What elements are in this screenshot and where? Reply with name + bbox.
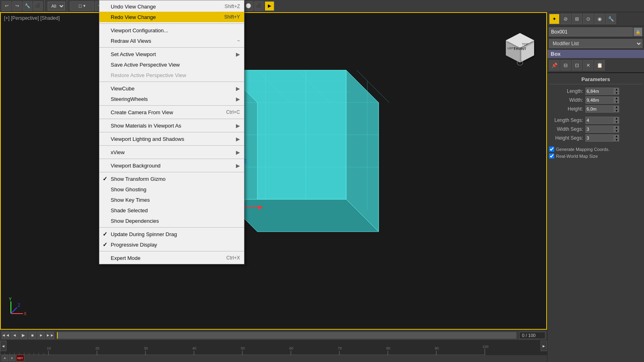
prev-frame-btn[interactable]: ◄◄ bbox=[2, 332, 10, 339]
viewcube-svg: FRONT TOP LEFT bbox=[502, 29, 538, 65]
menu-item-show-dependencies[interactable]: Show Dependencies bbox=[99, 216, 244, 226]
menu-item-show-key-times[interactable]: Show Key Times bbox=[99, 195, 244, 205]
width-spinner[interactable]: ▲▼ bbox=[614, 96, 619, 104]
next-key-btn[interactable]: ► bbox=[37, 332, 45, 339]
timeline-ruler[interactable]: 0 10 20 30 40 50 60 70 80 90 100 bbox=[0, 341, 547, 355]
create-panel-btn[interactable]: ✦ bbox=[549, 14, 560, 24]
menu-item-viewport-lighting-shadows[interactable]: Viewport Lighting and Shadows▶ bbox=[99, 134, 244, 144]
object-name-row: Box001 🔒 bbox=[547, 26, 644, 38]
svg-line-40 bbox=[11, 308, 17, 314]
lock-btn[interactable]: 🔒 bbox=[633, 27, 642, 36]
play-btn[interactable]: ▶ bbox=[19, 332, 27, 339]
length-segs-label: Length Segs: bbox=[549, 117, 585, 123]
menu-label-progressive-display: Progressive Display bbox=[111, 242, 157, 248]
generate-mapping-checkbox[interactable] bbox=[549, 146, 554, 152]
stop-btn[interactable]: ■ bbox=[28, 332, 36, 339]
timeline-scroll-right[interactable]: ► bbox=[541, 341, 547, 351]
menu-item-save-active-perspective[interactable]: Save Active Perspective View bbox=[99, 59, 244, 70]
object-name-input[interactable]: Box001 bbox=[549, 27, 633, 36]
menu-item-create-camera-from-view[interactable]: Create Camera From ViewCtrl+C bbox=[99, 107, 244, 117]
display-panel-btn[interactable]: ◉ bbox=[594, 14, 605, 24]
menu-label-viewport-lighting-shadows: Viewport Lighting and Shadows bbox=[111, 136, 184, 142]
modify-panel-btn[interactable]: ⊘ bbox=[560, 14, 571, 24]
menu-shortcut-redo-view-change: Shift+Y bbox=[216, 14, 240, 20]
key-filter-btn[interactable]: KEY bbox=[16, 355, 24, 361]
toolbar-dropdown[interactable]: All bbox=[48, 2, 65, 10]
menu-label-show-transform-gizmo: Show Transform Gizmo bbox=[111, 176, 166, 182]
real-world-checkbox[interactable] bbox=[549, 153, 554, 159]
toolbar-material-editor-btn[interactable]: ⚪ bbox=[244, 1, 253, 11]
width-label: Width: bbox=[549, 97, 585, 103]
set-key-btn[interactable]: K bbox=[9, 355, 15, 361]
menu-label-steeringwheels: SteeringWheels bbox=[111, 96, 148, 102]
toolbar-select-btn[interactable]: ◻ ▾ bbox=[70, 1, 94, 11]
menu-check-show-transform-gizmo: ✓ bbox=[103, 176, 107, 182]
toolbar-btn-2[interactable]: ↪ bbox=[12, 1, 22, 11]
toolbar-btn-1[interactable]: ↩ bbox=[2, 1, 11, 11]
menu-item-update-during-spinner-drag[interactable]: ✓Update During Spinner Drag bbox=[99, 229, 244, 239]
timeline-scroll-left[interactable]: ◄ bbox=[0, 341, 6, 351]
menu-label-show-dependencies: Show Dependencies bbox=[111, 218, 159, 224]
menu-item-viewport-configuration[interactable]: Viewport Configuration... bbox=[99, 25, 244, 36]
width-segs-spinner[interactable]: ▲▼ bbox=[614, 126, 619, 133]
menu-arrow-xview: ▶ bbox=[236, 149, 240, 155]
length-spinner-up[interactable]: ▲▼ bbox=[614, 88, 619, 95]
viewcube[interactable]: FRONT TOP LEFT bbox=[502, 29, 538, 65]
menu-separator bbox=[99, 227, 244, 228]
menu-item-undo-view-change[interactable]: Undo View ChangeShift+Z bbox=[99, 1, 244, 12]
motion-panel-btn[interactable]: ⊙ bbox=[583, 14, 593, 24]
svg-text:80: 80 bbox=[386, 346, 390, 350]
menu-item-show-ghosting[interactable]: Show Ghosting bbox=[99, 184, 244, 195]
timeline-top-row: ◄◄ ◄ ▶ ■ ► ►► 0 / 100 bbox=[0, 330, 547, 341]
height-input[interactable]: 6,0m bbox=[585, 105, 614, 113]
menu-item-show-materials-in-viewport[interactable]: Show Materials in Viewport As▶ bbox=[99, 120, 244, 131]
menu-shortcut-redraw-all-views: ~ bbox=[229, 38, 240, 44]
menu-item-progressive-display[interactable]: ✓Progressive Display bbox=[99, 239, 244, 250]
generate-mapping-label: Generate Mapping Coords. bbox=[556, 147, 610, 152]
make-unique-btn[interactable]: ⊡ bbox=[572, 60, 582, 71]
utilities-panel-btn[interactable]: 🔧 bbox=[606, 14, 616, 24]
viewport-label: [+] [Perspective] [Shaded] bbox=[4, 15, 60, 21]
menu-item-shade-selected[interactable]: Shade Selected bbox=[99, 205, 244, 216]
next-frame-btn[interactable]: ►► bbox=[46, 332, 54, 339]
timeline-playhead bbox=[57, 332, 58, 339]
menu-item-steeringwheels[interactable]: SteeringWheels▶ bbox=[99, 94, 244, 104]
auto-key-btn[interactable]: A bbox=[2, 355, 8, 361]
toolbar-render-btn[interactable]: ▶ bbox=[265, 1, 274, 11]
height-segs-spinner[interactable]: ▲▼ bbox=[614, 134, 619, 142]
menu-item-redo-view-change[interactable]: Redo View ChangeShift+Y bbox=[99, 12, 244, 22]
toolbar-btn-4[interactable]: ⬛ bbox=[33, 1, 43, 11]
height-spinner[interactable]: ▲▼ bbox=[614, 105, 619, 113]
show-end-result-btn[interactable]: ⊟ bbox=[560, 60, 571, 71]
menu-label-expert-mode: Expert Mode bbox=[111, 255, 141, 261]
length-segs-spinner[interactable]: ▲▼ bbox=[614, 117, 619, 124]
width-input[interactable]: 9,48m bbox=[585, 96, 614, 104]
remove-modifier-btn[interactable]: ✕ bbox=[583, 60, 593, 71]
menu-item-xview[interactable]: xView▶ bbox=[99, 147, 244, 157]
pin-stack-btn[interactable]: 📌 bbox=[549, 60, 560, 71]
height-segs-input[interactable]: 3 bbox=[585, 134, 614, 142]
menu-item-show-transform-gizmo[interactable]: ✓Show Transform Gizmo bbox=[99, 174, 244, 184]
toolbar-btn-3[interactable]: 🔧 bbox=[23, 1, 32, 11]
viewport[interactable]: [+] [Perspective] [Shaded] bbox=[0, 12, 547, 330]
menu-arrow-viewcube: ▶ bbox=[236, 86, 240, 92]
hierarchy-panel-btn[interactable]: ⊞ bbox=[572, 14, 582, 24]
width-segs-input[interactable]: 3 bbox=[585, 126, 614, 133]
menu-shortcut-undo-view-change: Shift+Z bbox=[217, 4, 240, 9]
modifier-dropdown[interactable]: Modifier List bbox=[549, 39, 642, 48]
length-segs-input[interactable]: 4 bbox=[585, 117, 614, 124]
menu-item-viewport-background[interactable]: Viewport Background▶ bbox=[99, 160, 244, 171]
menu-item-viewcube[interactable]: ViewCube▶ bbox=[99, 83, 244, 94]
toolbar-render-setup-btn[interactable]: ⬛ bbox=[254, 1, 264, 11]
svg-text:Y: Y bbox=[9, 297, 12, 301]
timeline-track[interactable] bbox=[57, 332, 517, 339]
prev-key-btn[interactable]: ◄ bbox=[11, 332, 19, 339]
toolbar-sep-2 bbox=[67, 0, 68, 12]
menu-item-redraw-all-views[interactable]: Redraw All Views~ bbox=[99, 36, 244, 46]
menu-item-expert-mode[interactable]: Expert ModeCtrl+X bbox=[99, 253, 244, 263]
length-input[interactable]: 6,84m bbox=[585, 88, 614, 95]
configure-modifier-btn[interactable]: 📋 bbox=[594, 60, 605, 71]
param-spacer-2 bbox=[549, 143, 642, 146]
real-world-row: Real-World Map Size bbox=[549, 153, 642, 159]
menu-item-set-active-viewport[interactable]: Set Active Viewport▶ bbox=[99, 49, 244, 59]
